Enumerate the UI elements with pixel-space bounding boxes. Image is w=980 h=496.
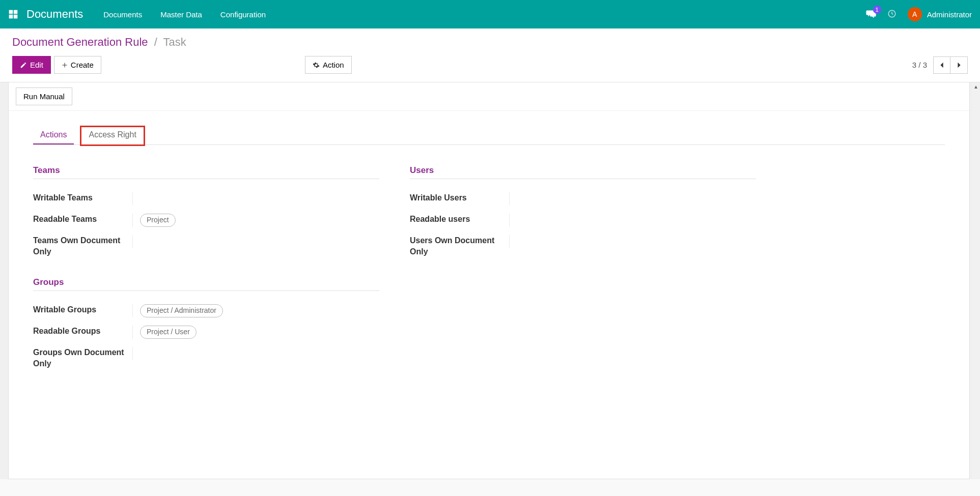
run-manual-button[interactable]: Run Manual xyxy=(16,87,72,105)
scrollbar[interactable]: ▲ xyxy=(972,82,980,479)
apps-icon[interactable] xyxy=(8,9,18,19)
chevron-right-icon xyxy=(957,62,962,69)
svg-rect-2 xyxy=(9,15,13,19)
nav-right: 1 A Administrator xyxy=(866,7,972,21)
breadcrumb-current: Task xyxy=(163,36,186,48)
activity-icon[interactable] xyxy=(887,9,897,20)
value-readable-groups[interactable]: Project / User xyxy=(132,326,379,339)
svg-rect-3 xyxy=(14,15,18,19)
tag-project-user[interactable]: Project / User xyxy=(140,326,197,339)
section-title-users: Users xyxy=(410,165,756,179)
breadcrumb-separator: / xyxy=(154,36,157,48)
action-label: Action xyxy=(323,61,344,69)
value-readable-teams[interactable]: Project xyxy=(132,214,379,227)
value-teams-own-only[interactable] xyxy=(132,235,379,248)
label-teams-own-only: Teams Own Document Only xyxy=(33,235,132,257)
form-body: Run Manual Actions Access Right Teams Wr… xyxy=(0,82,980,479)
pager-prev[interactable] xyxy=(933,56,950,74)
gear-icon xyxy=(313,62,320,69)
plus-icon xyxy=(62,62,68,68)
value-users-own-only[interactable] xyxy=(509,235,756,248)
tab-access-right[interactable]: Access Right xyxy=(80,126,145,146)
label-readable-users: Readable users xyxy=(410,214,509,225)
control-panel: Document Generation Rule / Task Edit Cre… xyxy=(0,28,980,82)
tag-project[interactable]: Project xyxy=(140,214,176,227)
value-readable-users[interactable] xyxy=(509,214,756,227)
create-label: Create xyxy=(71,61,94,69)
messages-button[interactable]: 1 xyxy=(866,10,876,19)
section-title-teams: Teams xyxy=(33,165,379,179)
svg-rect-0 xyxy=(9,10,13,14)
section-title-groups: Groups xyxy=(33,277,379,291)
pager-text: 3 / 3 xyxy=(912,61,927,69)
messages-badge: 1 xyxy=(873,6,881,14)
label-writable-groups: Writable Groups xyxy=(33,304,132,315)
edit-label: Edit xyxy=(30,61,43,69)
avatar: A xyxy=(908,7,922,21)
user-menu[interactable]: A Administrator xyxy=(908,7,972,21)
label-writable-users: Writable Users xyxy=(410,192,509,203)
action-button[interactable]: Action xyxy=(305,56,352,74)
create-button[interactable]: Create xyxy=(54,56,101,74)
tabs: Actions Access Right xyxy=(33,126,945,145)
value-writable-teams[interactable] xyxy=(132,192,379,206)
user-name: Administrator xyxy=(927,10,972,19)
form-sheet: Run Manual Actions Access Right Teams Wr… xyxy=(8,82,970,479)
value-writable-users[interactable] xyxy=(509,192,756,206)
scroll-up-icon[interactable]: ▲ xyxy=(972,82,980,91)
label-writable-teams: Writable Teams xyxy=(33,192,132,203)
chevron-left-icon xyxy=(939,62,944,69)
breadcrumb: Document Generation Rule / Task xyxy=(12,36,968,49)
value-groups-own-only[interactable] xyxy=(132,347,379,360)
nav-item-configuration[interactable]: Configuration xyxy=(220,10,266,19)
pager-next[interactable] xyxy=(950,56,968,74)
nav-item-master-data[interactable]: Master Data xyxy=(160,10,202,19)
label-readable-groups: Readable Groups xyxy=(33,326,132,337)
pencil-icon xyxy=(20,62,27,69)
edit-button[interactable]: Edit xyxy=(12,56,51,74)
app-brand[interactable]: Documents xyxy=(26,8,83,21)
nav-item-documents[interactable]: Documents xyxy=(103,10,142,19)
svg-rect-1 xyxy=(14,10,18,14)
nav-menu: Documents Master Data Configuration xyxy=(103,10,266,19)
label-readable-teams: Readable Teams xyxy=(33,214,132,225)
section-groups: Groups Writable Groups Project / Adminis… xyxy=(33,277,379,373)
label-groups-own-only: Groups Own Document Only xyxy=(33,347,132,369)
label-users-own-only: Users Own Document Only xyxy=(410,235,509,257)
breadcrumb-parent[interactable]: Document Generation Rule xyxy=(12,36,148,48)
top-navbar: Documents Documents Master Data Configur… xyxy=(0,0,980,28)
pager: 3 / 3 xyxy=(912,56,968,74)
tag-project-admin[interactable]: Project / Administrator xyxy=(140,304,223,317)
value-writable-groups[interactable]: Project / Administrator xyxy=(132,304,379,317)
tab-actions[interactable]: Actions xyxy=(33,126,74,144)
section-users: Users Writable Users Readable users User… xyxy=(410,165,756,261)
section-teams: Teams Writable Teams Readable Teams Proj… xyxy=(33,165,379,261)
